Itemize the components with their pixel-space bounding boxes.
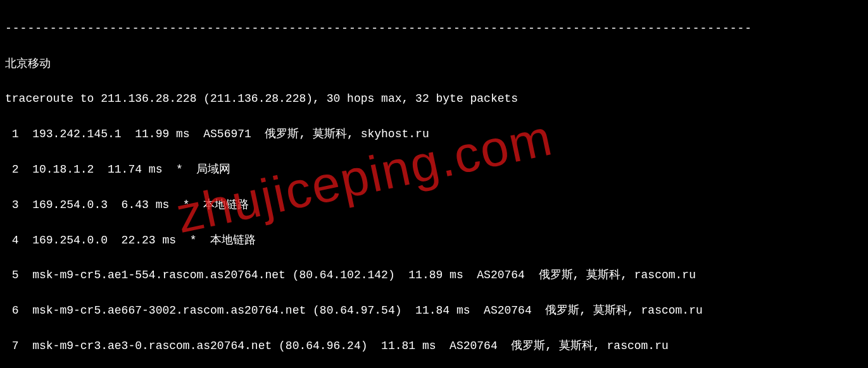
hop-number: 2	[5, 161, 19, 179]
hop-detail: msk-m9-cr5.ae667-3002.rascom.as20764.net…	[19, 304, 703, 317]
hop-line: 3 169.254.0.3 6.43 ms * 本地链路	[5, 197, 863, 214]
hop-number: 3	[5, 197, 19, 214]
traceroute-header: traceroute to 211.136.28.228 (211.136.28…	[5, 90, 863, 108]
hop-detail: 169.254.0.0 22.23 ms * 本地链路	[19, 234, 256, 247]
hop-line: 2 10.18.1.2 11.74 ms * 局域网	[5, 161, 863, 179]
hop-detail: 193.242.145.1 11.99 ms AS56971 俄罗斯, 莫斯科,…	[19, 128, 429, 140]
hop-line: 1 193.242.145.1 11.99 ms AS56971 俄罗斯, 莫斯…	[5, 126, 863, 144]
trace-title: 北京移动	[5, 56, 863, 73]
hop-line: 4 169.254.0.0 22.23 ms * 本地链路	[5, 232, 863, 250]
hop-line: 5 msk-m9-cr5.ae1-554.rascom.as20764.net …	[5, 267, 863, 285]
terminal-output: ----------------------------------------…	[5, 3, 863, 368]
hop-detail: 10.18.1.2 11.74 ms * 局域网	[19, 163, 231, 176]
hop-number: 7	[5, 338, 19, 355]
hop-number: 5	[5, 267, 19, 285]
hop-line: 6 msk-m9-cr5.ae667-3002.rascom.as20764.n…	[5, 302, 863, 320]
divider-line: ----------------------------------------…	[5, 20, 863, 38]
hop-line: 7 msk-m9-cr3.ae3-0.rascom.as20764.net (8…	[5, 338, 863, 355]
hop-detail: msk-m9-cr3.ae3-0.rascom.as20764.net (80.…	[19, 340, 669, 352]
hop-detail: msk-m9-cr5.ae1-554.rascom.as20764.net (8…	[19, 269, 696, 281]
hop-number: 4	[5, 232, 19, 250]
hop-number: 6	[5, 302, 19, 320]
hop-number: 1	[5, 126, 19, 144]
hop-detail: 169.254.0.3 6.43 ms * 本地链路	[19, 199, 249, 211]
